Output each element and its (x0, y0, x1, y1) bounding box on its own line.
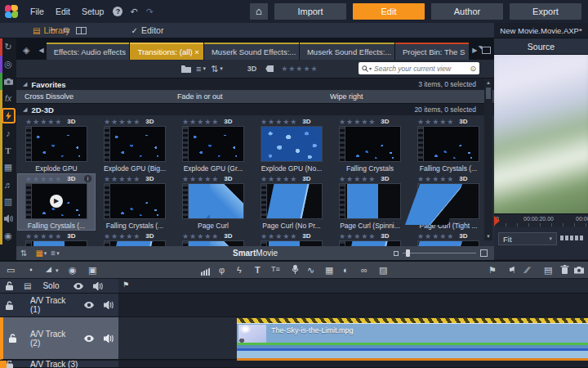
scorefitter-wave-icon[interactable]: ∿ (307, 265, 314, 276)
sort-icon[interactable]: ⇅ (211, 64, 218, 74)
photo-correction-icon[interactable]: ▨ (379, 265, 387, 276)
track-2-content[interactable]: The-Sky-is-the-Limit.mpg (118, 317, 588, 360)
audio-mixer-icon[interactable]: ◉ (69, 265, 77, 276)
snapshot-camera-icon[interactable] (574, 265, 584, 275)
collapse-arrow-icon[interactable]: ◢ (23, 106, 27, 113)
sidebar-item-disc-menus[interactable]: ◉ (0, 227, 16, 245)
transition-thumbnail[interactable]: ★★★★★3D Explode GPU (No... (253, 117, 330, 173)
tag-icon[interactable] (265, 65, 274, 72)
star-rating[interactable]: ★★★★★ (25, 175, 62, 183)
timeline-settings-icon[interactable] (26, 265, 36, 275)
favorite-item[interactable]: Cross Dissolve (16, 92, 169, 101)
2d3d-section-header[interactable]: ◢ 2D-3D 20 items, 0 selected (16, 103, 494, 115)
star-rating[interactable]: ★★★★★ (182, 118, 219, 126)
transition-thumbnail[interactable]: ★★★★★3D Explode GPU (18, 117, 95, 173)
thumbnail-image[interactable] (417, 183, 479, 219)
keyboard-icon[interactable]: ▤ (24, 281, 31, 290)
star-rating[interactable]: ★★★★★ (182, 175, 219, 183)
eye-icon[interactable] (84, 334, 94, 343)
search-caret-icon[interactable]: ▾ (369, 65, 372, 71)
keyframe-icon[interactable]: φ (219, 265, 225, 275)
subtitle-tool-icon[interactable]: T≡ (271, 265, 280, 273)
customize-toolbar-icon[interactable]: ▭ (7, 265, 15, 276)
sidebar-item-scorefitter[interactable]: ▥ (0, 193, 16, 210)
clip-video-body[interactable]: The-Sky-is-the-Limit.mpg (237, 323, 588, 343)
transition-thumbnail[interactable]: ★★★★★3D Explode GPU (Big... (96, 117, 173, 173)
eye-icon[interactable] (84, 300, 94, 310)
marker-out-icon[interactable]: ⚑ (508, 265, 516, 276)
mask-tool-icon[interactable]: ◐ (343, 265, 349, 275)
thumbnail-image[interactable] (182, 183, 244, 219)
library-tab-effects[interactable]: Effects: Audio effects (47, 43, 130, 60)
thumbnail-image[interactable] (261, 126, 323, 162)
thumbnail-image[interactable] (182, 126, 244, 162)
info-icon[interactable]: i (84, 175, 91, 182)
voice-over-mic-icon[interactable] (291, 265, 300, 274)
scroll-up-icon[interactable]: ▲ (484, 79, 492, 87)
new-tab-icon[interactable] (482, 47, 491, 54)
thumbnail-image[interactable] (261, 183, 323, 219)
tab-scroll-left-icon[interactable]: ◀ (38, 47, 43, 54)
search-input[interactable] (374, 65, 470, 73)
film-cartridge-icon[interactable]: ▤ (544, 265, 552, 276)
thumbnail-image[interactable] (339, 183, 401, 219)
thumbnail-image[interactable]: ▶ (25, 183, 87, 219)
clip-audio-band[interactable] (237, 351, 588, 358)
speaker-icon[interactable] (93, 281, 103, 291)
timeline-marker-flag-icon[interactable]: ⚑ (122, 280, 129, 289)
thumbnail-image[interactable] (417, 126, 479, 162)
speaker-icon[interactable] (104, 300, 114, 310)
master-track-header[interactable]: ▤ Solo (0, 279, 118, 294)
trash-icon[interactable] (560, 265, 569, 274)
scroll-down-icon[interactable]: ▼ (484, 232, 492, 240)
home-button[interactable]: ⌂ (250, 3, 268, 20)
favorite-item[interactable]: Wipe right (322, 92, 474, 101)
star-rating[interactable]: ★★★★★ (339, 175, 376, 183)
star-rating[interactable]: ★★★★★ (261, 175, 297, 183)
razor-split-icon[interactable]: ∕∕ (526, 265, 529, 275)
tab-source[interactable]: Source (494, 38, 588, 55)
star-rating[interactable]: ★★★★★ (261, 232, 297, 240)
star-rating-filter[interactable]: ★★★★★ (281, 65, 318, 73)
trim-mode-icon[interactable]: ◢ (46, 265, 51, 273)
library-scrollbar[interactable]: ▲ ▼ (484, 79, 492, 240)
star-rating[interactable]: ★★★★★ (25, 232, 62, 240)
sidebar-item-transitions[interactable] (0, 107, 16, 124)
preview-monitor[interactable] (494, 55, 588, 213)
transition-thumbnail[interactable]: ★★★★★3D Page Curl (175, 174, 252, 230)
transition-thumbnail[interactable]: ★★★★★3D Falling Crystals (332, 117, 408, 173)
sidebar-item-voice-over[interactable] (0, 210, 16, 227)
star-rating[interactable]: ★★★★★ (25, 118, 62, 126)
lock-icon[interactable] (5, 301, 14, 310)
sidebar-item-effects[interactable]: fx (0, 90, 16, 107)
library-tab-muserk-2[interactable]: Muserk Sound Effects:... (300, 43, 394, 60)
star-rating[interactable]: ★★★★★ (339, 232, 376, 240)
tab-editor[interactable]: ✓ Editor (123, 25, 172, 35)
redo-icon[interactable]: ↷ (142, 7, 158, 17)
collapse-arrow-icon[interactable]: ◢ (23, 81, 27, 88)
sidebar-item-montage[interactable]: ▦ (0, 159, 16, 176)
dynamic-transition-icon[interactable]: ϟ (237, 265, 242, 275)
lock-icon[interactable] (8, 334, 17, 343)
search-clear-icon[interactable]: ⊙ (470, 65, 476, 73)
transition-thumbnail[interactable]: ★★★★★3D Page Curl (Spinni... (332, 174, 408, 230)
sidebar-item-videos[interactable]: ◎ (0, 56, 16, 73)
menu-file[interactable]: File (24, 7, 50, 16)
thumbnail-image[interactable] (104, 126, 166, 162)
montage-tool-icon[interactable]: ▦ (325, 265, 333, 276)
track-2-header[interactable]: A/V Track (2) (0, 317, 118, 360)
star-rating[interactable]: ★★★★★ (417, 118, 454, 126)
eye-icon[interactable] (74, 281, 83, 291)
star-rating[interactable]: ★★★★★ (417, 232, 454, 240)
transition-thumbnail[interactable]: ★★★★★3D Explode GPU (Gr... (175, 117, 252, 173)
float-window-icon[interactable]: ⧉ (64, 25, 69, 35)
favorite-item[interactable]: Fade in or out (169, 92, 322, 101)
player-timeline-ruler[interactable]: 00:00:00.00 00:00:20.00 00:00:40.00 (494, 213, 588, 227)
zoom-slider-handle[interactable] (406, 249, 410, 257)
preview-undock-icon[interactable]: ✓ (47, 25, 59, 36)
undo-icon[interactable]: ↶ (126, 7, 141, 17)
play-preview-icon[interactable]: ▶ (50, 195, 63, 208)
playhead-marker[interactable] (494, 216, 500, 226)
star-rating[interactable]: ★★★★★ (417, 175, 454, 183)
transition-thumbnail[interactable]: ★★★★★3D Falling Crystals (... (410, 117, 487, 173)
